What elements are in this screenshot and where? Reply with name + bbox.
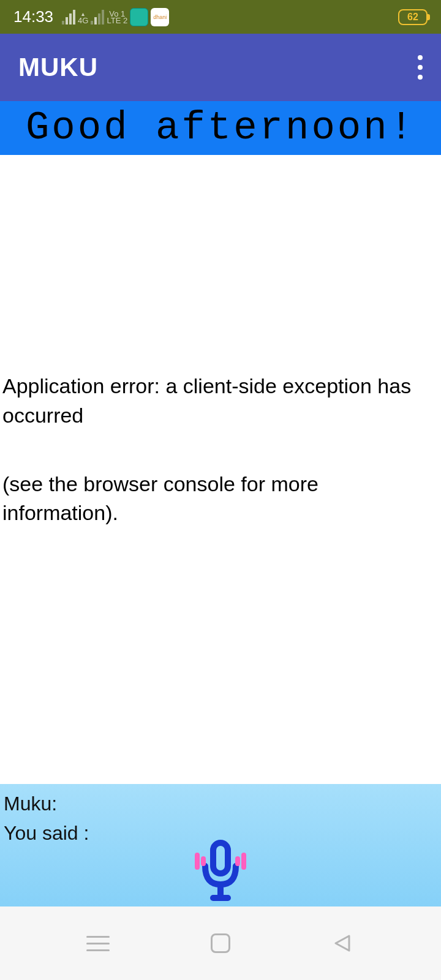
greeting-banner: Good afternoon! <box>0 101 441 155</box>
voice-panel: Muku: You said : <box>0 784 441 907</box>
app-bar: MUKU <box>0 34 441 101</box>
muku-response-label: Muku: <box>4 789 437 818</box>
back-button[interactable] <box>328 928 358 959</box>
signal-icon <box>62 10 75 24</box>
greeting-text: Good afternoon! <box>26 106 415 150</box>
more-options-icon[interactable] <box>418 55 423 80</box>
status-time: 14:33 <box>13 7 53 26</box>
microphone-button[interactable] <box>190 839 251 907</box>
notification-app-icon-2: dhani <box>151 8 169 26</box>
navigation-bar <box>0 907 441 980</box>
status-left: 14:33 ▴ 4G Vo 1 LTE 2 <box>13 7 169 26</box>
square-icon <box>211 933 230 953</box>
network-label-4g: ▴ 4G <box>78 10 88 24</box>
error-line-1: Application error: a client-side excepti… <box>2 372 439 430</box>
microphone-icon <box>190 839 251 907</box>
battery-icon: 62 <box>398 9 428 25</box>
svg-rect-0 <box>213 843 228 873</box>
hamburger-icon <box>86 936 110 951</box>
main-content: Application error: a client-side excepti… <box>0 155 441 784</box>
home-button[interactable] <box>205 928 236 959</box>
signal-icon-2 <box>91 10 104 24</box>
status-bar: 14:33 ▴ 4G Vo 1 LTE 2 <box>0 0 441 34</box>
app-title: MUKU <box>18 53 98 82</box>
back-triangle-icon <box>332 932 354 954</box>
error-line-2: (see the browser console for more inform… <box>2 470 439 528</box>
network-label-volte: Vo 1 LTE 2 <box>107 10 127 24</box>
status-icons: ▴ 4G Vo 1 LTE 2 dhani <box>62 8 169 26</box>
recent-apps-button[interactable] <box>83 928 113 959</box>
notification-app-icon-1 <box>130 8 148 26</box>
